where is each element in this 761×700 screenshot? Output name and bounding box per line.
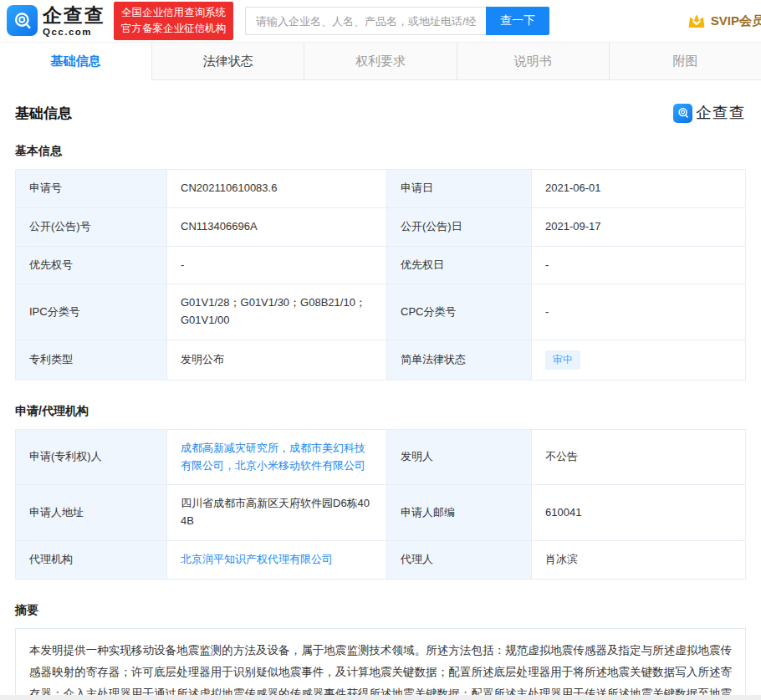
brand-text: 企查查 Qcc.com xyxy=(43,5,105,37)
official-credential-badge: 全国企业信用查询系统 官方备案企业征信机构 xyxy=(114,2,233,41)
credential-line-2: 官方备案企业征信机构 xyxy=(121,21,226,37)
table-row: 优先权号 - 优先权日 - xyxy=(16,246,745,284)
search-bar: 查一下 xyxy=(245,7,549,35)
table-row: IPC分类号 G01V1/28；G01V1/30；G08B21/10；G01V1… xyxy=(16,284,745,340)
label-cpc-class: CPC分类号 xyxy=(387,284,531,340)
page-title: 基础信息 xyxy=(15,104,72,123)
value-applicants: 成都高新减灾研究所，成都市美幻科技有限公司，北京小米移动软件有限公司 xyxy=(166,430,387,485)
tab-description[interactable]: 说明书 xyxy=(457,43,609,80)
label-application-number: 申请号 xyxy=(16,170,166,207)
page-bottom-strip xyxy=(0,695,761,700)
table-row: 申请号 CN202110610083.6 申请日 2021-06-01 xyxy=(16,170,745,207)
qcc-watermark: 企查查 xyxy=(673,102,746,124)
label-applicant-zip: 申请人邮编 xyxy=(387,485,531,540)
crown-icon xyxy=(687,12,707,30)
section-heading-agency: 申请/代理机构 xyxy=(15,404,746,419)
value-applicant-address: 四川省成都市高新区天府软件园D6栋404B xyxy=(166,485,387,540)
value-legal-status: 审中 xyxy=(531,340,745,380)
label-patent-type: 专利类型 xyxy=(16,340,166,380)
label-inventor: 发明人 xyxy=(387,430,531,485)
label-applicants: 申请(专利权)人 xyxy=(16,430,166,485)
applicant-link-3[interactable]: 北京小米移动软件有限公司 xyxy=(235,459,365,472)
value-patent-type: 发明公布 xyxy=(166,340,387,380)
applicant-separator: ， xyxy=(278,442,289,454)
tab-claims[interactable]: 权利要求 xyxy=(304,43,456,80)
applicant-separator: ， xyxy=(224,459,235,472)
patent-tab-bar: 基础信息 法律状态 权利要求 说明书 附图 xyxy=(0,42,761,80)
table-row: 申请人地址 四川省成都市高新区天府软件园D6栋404B 申请人邮编 610041 xyxy=(16,484,745,540)
label-publication-number: 公开(公告)号 xyxy=(16,208,166,246)
brand-name-cn: 企查查 xyxy=(43,5,105,25)
value-priority-date: - xyxy=(531,247,745,284)
svip-label: SVIP会员 xyxy=(711,13,761,29)
table-row: 代理机构 北京润平知识产权代理有限公司 代理人 肖冰滨 xyxy=(16,540,745,579)
qcc-watermark-icon xyxy=(673,104,692,123)
tab-legal-status[interactable]: 法律状态 xyxy=(151,43,304,80)
value-application-number: CN202110610083.6 xyxy=(166,170,387,207)
label-priority-date: 优先权日 xyxy=(387,247,531,284)
value-ipc-class: G01V1/28；G01V1/30；G08B21/10；G01V1/00 xyxy=(166,284,387,340)
applicant-link-1[interactable]: 成都高新减灾研究所 xyxy=(181,442,278,454)
value-publication-number: CN113406696A xyxy=(166,208,387,246)
search-input[interactable] xyxy=(245,7,486,35)
agency-table: 申请(专利权)人 成都高新减灾研究所，成都市美幻科技有限公司，北京小米移动软件有… xyxy=(15,429,746,580)
table-row: 专利类型 发明公布 简单法律状态 审中 xyxy=(16,340,745,380)
label-application-date: 申请日 xyxy=(387,170,531,207)
table-row: 公开(公告)号 CN113406696A 公开(公告)日 2021-09-17 xyxy=(16,207,745,246)
label-priority-number: 优先权号 xyxy=(16,247,166,284)
section-heading-basic: 基本信息 xyxy=(15,144,746,159)
top-header: 企查查 Qcc.com 全国企业信用查询系统 官方备案企业征信机构 查一下 SV… xyxy=(0,0,761,42)
status-badge: 审中 xyxy=(545,350,580,370)
brand-name-en: Qcc.com xyxy=(43,27,105,37)
value-applicant-zip: 610041 xyxy=(531,485,745,540)
value-agent: 肖冰滨 xyxy=(531,541,745,579)
label-applicant-address: 申请人地址 xyxy=(16,485,166,540)
label-legal-status: 简单法律状态 xyxy=(387,340,531,380)
value-inventor: 不公告 xyxy=(531,430,745,485)
abstract-text: 本发明提供一种实现移动设备地震监测的方法及设备，属于地震监测技术领域。所述方法包… xyxy=(15,628,746,700)
value-priority-number: - xyxy=(166,247,387,284)
qcc-logo[interactable]: 企查查 Qcc.com xyxy=(7,5,105,37)
qcc-logo-icon xyxy=(7,5,38,36)
value-application-date: 2021-06-01 xyxy=(531,170,745,207)
qcc-watermark-text: 企查查 xyxy=(696,102,746,124)
main-content: 基础信息 企查查 基本信息 申请号 CN202110610083.6 申请日 2… xyxy=(0,102,761,700)
value-cpc-class: - xyxy=(531,284,745,340)
section-heading-abstract: 摘要 xyxy=(15,603,746,618)
label-ipc-class: IPC分类号 xyxy=(16,284,166,340)
svip-entry[interactable]: SVIP会员 xyxy=(687,12,761,30)
credential-line-1: 全国企业信用查询系统 xyxy=(121,5,226,21)
label-agent: 代理人 xyxy=(387,541,531,579)
label-agency: 代理机构 xyxy=(16,541,166,579)
search-button[interactable]: 查一下 xyxy=(486,7,549,35)
value-publication-date: 2021-09-17 xyxy=(531,208,745,246)
tab-figures[interactable]: 附图 xyxy=(609,43,761,80)
value-agency: 北京润平知识产权代理有限公司 xyxy=(166,541,387,579)
basic-info-table: 申请号 CN202110610083.6 申请日 2021-06-01 公开(公… xyxy=(15,169,746,381)
tab-basic-info[interactable]: 基础信息 xyxy=(0,43,151,80)
agency-link[interactable]: 北京润平知识产权代理有限公司 xyxy=(181,551,333,569)
label-publication-date: 公开(公告)日 xyxy=(387,208,531,246)
table-row: 申请(专利权)人 成都高新减灾研究所，成都市美幻科技有限公司，北京小米移动软件有… xyxy=(16,430,745,485)
